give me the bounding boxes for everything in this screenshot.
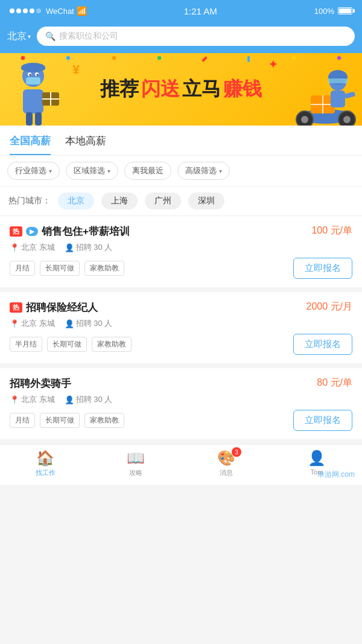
job-bottom-3: 月结 长期可做 家教助教 立即报名 [10,410,352,431]
apply-button-3[interactable]: 立即报名 [293,410,352,431]
nav-label-guide: 攻略 [129,468,142,477]
bottom-navigation: 🏠 找工作 📖 攻略 🎨 3 消息 👤 Tom 单游网.com [0,444,362,485]
person-icon: 👤 [65,319,74,328]
job-tag: 月结 [10,261,35,276]
nav-label-messages: 消息 [220,468,233,477]
location-icon: 📍 [10,395,19,404]
job-meta-1: 📍 北京 东城 👤 招聘 30 人 [10,242,352,253]
filter-region[interactable]: 区域筛选 ▾ [66,162,118,180]
location-icon: 📍 [10,319,19,328]
tabs-section: 全国高薪 本地高薪 [0,126,362,156]
time-display: 1:21 AM [184,6,217,16]
book-icon: 📖 [127,450,145,467]
job-tag: 家教助教 [84,261,124,276]
tab-local-high-salary[interactable]: 本地高薪 [65,134,106,155]
job-title-2: 招聘保险经纪人 [26,301,98,314]
job-title-1: 销售包住+带薪培训 [42,225,130,238]
banner-highlight1: 闪送 [141,76,180,103]
job-bottom-1: 月结 长期可做 家教助教 立即报名 [10,258,352,279]
job-card-2[interactable]: 热 招聘保险经纪人 2000 元/月 📍 北京 东城 👤 招聘 30 人 半月结… [0,292,362,363]
person-icon: 👤 [65,243,74,252]
job-title-row-2: 热 招聘保险经纪人 [10,301,98,314]
promotional-banner[interactable]: 推荐 闪送 立马 赚钱 ¥ ✦ [0,53,362,126]
job-salary-1: 100 元/单 [311,225,352,237]
job-tags-3: 月结 长期可做 家教助教 [10,413,124,428]
person-icon: 👤 [65,395,74,404]
home-icon: 🏠 [36,450,54,467]
location-icon: 📍 [10,243,19,252]
tab-national-high-salary[interactable]: 全国高薪 [10,134,51,155]
svg-rect-25 [328,78,348,83]
job-location-3: 📍 北京 东城 [10,394,55,405]
job-recruits-3: 👤 招聘 30 人 [65,394,113,405]
job-tag: 长期可做 [40,413,80,428]
svg-point-13 [37,74,39,76]
job-header-2: 热 招聘保险经纪人 2000 元/月 [10,301,352,314]
city-tag-shenzhen[interactable]: 深圳 [188,193,224,209]
apply-button-2[interactable]: 立即报名 [293,334,352,355]
job-header-3: 招聘外卖骑手 80 元/单 [10,377,352,391]
job-title-3: 招聘外卖骑手 [10,377,71,391]
job-card-1[interactable]: 热 ▶ 销售包住+带薪培训 100 元/单 📍 北京 东城 👤 招聘 30 人 … [0,216,362,287]
apply-button-1[interactable]: 立即报名 [293,258,352,279]
job-bottom-2: 半月结 长期可做 家教助教 立即报名 [10,334,352,355]
job-tag: 长期可做 [40,261,80,276]
message-badge: 3 [232,447,241,457]
job-tag: 半月结 [10,337,42,352]
hot-badge: 热 [10,302,22,313]
svg-point-16 [301,116,308,123]
location-button[interactable]: 北京 ▾ [7,30,31,43]
job-tags-1: 月结 长期可做 家教助教 [10,261,124,276]
job-recruits-1: 👤 招聘 30 人 [65,242,113,253]
job-recruits-2: 👤 招聘 30 人 [65,318,113,329]
battery-icon [338,7,352,14]
search-icon: 🔍 [45,31,56,41]
city-tag-guangzhou[interactable]: 广州 [145,193,181,209]
wifi-icon: 📶 [77,6,87,16]
nav-item-guide[interactable]: 📖 攻略 [91,450,181,477]
job-meta-2: 📍 北京 东城 👤 招聘 30 人 [10,318,352,329]
hot-cities-section: 热门城市： 北京 上海 广州 深圳 [0,187,362,216]
svg-rect-1 [26,77,40,84]
filter-nearest[interactable]: 离我最近 [124,162,171,180]
battery-label: 100% [314,7,334,16]
svg-rect-26 [344,91,355,98]
hot-cities-label: 热门城市： [8,196,51,206]
svg-point-18 [343,116,351,123]
banner-person-right [290,59,362,126]
city-tag-beijing[interactable]: 北京 [58,193,94,209]
nav-label-find-job: 找工作 [36,468,56,477]
status-bar: WeChat 📶 1:21 AM 100% [0,0,362,22]
watermark: 单游网.com [317,470,355,480]
chevron-down-icon: ▾ [107,168,110,174]
status-bar-right: 100% [314,7,352,16]
banner-person-left [0,59,66,126]
search-bar[interactable]: 🔍 搜索职位和公司 [37,27,355,46]
chevron-down-icon: ▾ [49,168,52,174]
banner-highlight2: 赚钱 [223,76,262,103]
filter-industry[interactable]: 行业筛选 ▾ [7,162,60,180]
job-card-3[interactable]: 招聘外卖骑手 80 元/单 📍 北京 东城 👤 招聘 30 人 月结 长期可做 … [0,368,362,439]
video-badge: ▶ [26,227,38,236]
job-title-row-3: 招聘外卖骑手 [10,377,71,391]
job-meta-3: 📍 北京 东城 👤 招聘 30 人 [10,394,352,405]
job-tag: 家教助教 [84,413,124,428]
svg-rect-2 [23,89,43,113]
job-tag: 长期可做 [47,337,87,352]
banner-prefix: 推荐 [100,76,139,103]
profile-icon: 👤 [308,450,326,467]
job-salary-2: 2000 元/月 [306,301,352,313]
city-tag-shanghai[interactable]: 上海 [101,193,138,209]
nav-item-messages[interactable]: 🎨 3 消息 [181,450,272,477]
svg-rect-7 [35,112,42,126]
nav-item-find-job[interactable]: 🏠 找工作 [0,450,91,477]
svg-rect-23 [331,91,345,107]
filter-advanced[interactable]: 高级筛选 ▾ [177,162,230,180]
svg-rect-6 [26,112,33,126]
chevron-down-icon: ▾ [219,168,222,174]
header: 北京 ▾ 🔍 搜索职位和公司 [0,22,362,53]
filters-section: 行业筛选 ▾ 区域筛选 ▾ 离我最近 高级筛选 ▾ [0,156,362,187]
status-bar-left: WeChat 📶 [10,6,87,16]
chevron-down-icon: ▾ [28,33,31,40]
job-tag: 月结 [10,413,35,428]
